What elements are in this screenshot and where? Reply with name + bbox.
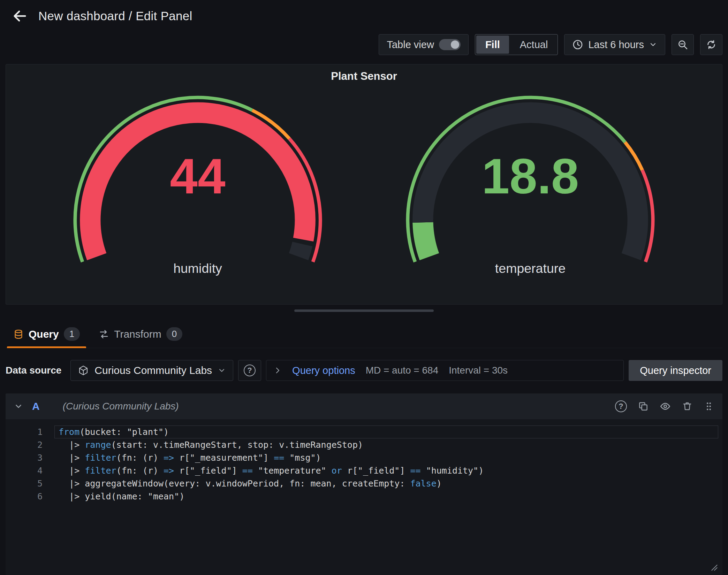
max-data-points-text: MD = auto = 684 <box>366 365 439 376</box>
header-bar: New dashboard / Edit Panel <box>0 0 728 32</box>
gauge-label: temperature <box>495 261 566 276</box>
gauge-temperature: 18.8temperature <box>389 87 672 284</box>
code-line[interactable]: 5 |> aggregateWindow(every: v.windowPeri… <box>21 477 718 490</box>
code-lines: 1from(bucket: "plant")2 |> range(start: … <box>21 426 718 503</box>
back-button[interactable] <box>12 8 28 24</box>
query-options-bar: Query options MD = auto = 684 Interval =… <box>266 360 624 381</box>
gauge-value-arc <box>423 222 430 256</box>
zoom-out-icon <box>677 39 688 50</box>
switch-knob <box>451 40 459 49</box>
chevron-right-icon[interactable] <box>273 366 282 375</box>
table-view-switch[interactable] <box>439 39 461 50</box>
query-row-header[interactable]: A (Curious Community Labs) ? <box>6 393 722 419</box>
gauge-value: 44 <box>170 148 225 204</box>
gauge-value-arc <box>298 244 302 256</box>
line-number: 3 <box>21 453 43 463</box>
actual-option[interactable]: Actual <box>510 34 558 55</box>
clock-icon <box>572 39 583 50</box>
query-options-link[interactable]: Query options <box>292 365 355 376</box>
query-datasource-note: (Curious Community Labs) <box>63 401 179 412</box>
arrow-left-icon <box>12 8 28 24</box>
query-inspector-button[interactable]: Query inspector <box>629 360 722 381</box>
query-count-badge: 1 <box>64 327 80 341</box>
query-ref-id: A <box>32 400 40 412</box>
table-view-control[interactable]: Table view <box>379 34 468 55</box>
flux-query-editor[interactable]: 1from(bucket: "plant")2 |> range(start: … <box>6 419 722 575</box>
gauge-panel: 44humidity18.8temperature <box>6 87 722 284</box>
query-actions: ? <box>615 400 714 412</box>
datasource-logo-icon <box>78 365 89 376</box>
gauge-label: humidity <box>173 261 222 276</box>
datasource-help-button[interactable]: ? <box>238 360 261 381</box>
code-text: |> yield(name: "mean") <box>59 490 718 503</box>
drag-handle-icon[interactable] <box>704 401 714 412</box>
time-range-label: Last 6 hours <box>588 39 644 51</box>
code-text: from(bucket: "plant") <box>54 426 718 438</box>
editor-tabs: Query 1 Transform 0 <box>6 322 722 348</box>
line-number: 6 <box>21 491 43 501</box>
panel-preview: Plant Sensor 44humidity18.8temperature <box>6 64 722 305</box>
query-help-icon[interactable]: ? <box>615 400 627 412</box>
help-icon: ? <box>244 365 256 376</box>
transform-icon <box>99 329 109 339</box>
duplicate-query-icon[interactable] <box>638 401 649 412</box>
code-text: |> filter(fn: (r) => r["_measurement"] =… <box>59 451 718 464</box>
toolbar: Table view Fill Actual Last 6 hours <box>0 32 728 64</box>
grafana-panel-editor: New dashboard / Edit Panel Table view Fi… <box>0 0 728 575</box>
hide-query-icon[interactable] <box>660 401 671 412</box>
tab-transform[interactable]: Transform 0 <box>91 322 190 348</box>
zoom-out-button[interactable] <box>672 34 694 55</box>
panel-wrapper: Plant Sensor 44humidity18.8temperature <box>6 64 722 305</box>
tab-transform-label: Transform <box>114 328 161 340</box>
gauge-value: 18.8 <box>482 148 579 204</box>
code-text: |> range(start: v.timeRangeStart, stop: … <box>59 438 718 451</box>
table-view-label: Table view <box>387 39 434 51</box>
code-text: |> aggregateWindow(every: v.windowPeriod… <box>59 477 718 490</box>
tab-query[interactable]: Query 1 <box>6 322 88 348</box>
code-line[interactable]: 3 |> filter(fn: (r) => r["_measurement"]… <box>21 451 718 464</box>
datasource-row: Data source Curious Community Labs ? Que… <box>6 360 722 381</box>
gauge-humidity: 44humidity <box>56 87 339 284</box>
line-number: 4 <box>21 466 43 476</box>
query-row-card: A (Curious Community Labs) ? 1from(bucke… <box>6 393 722 575</box>
refresh-button[interactable] <box>700 34 722 55</box>
code-line[interactable]: 6 |> yield(name: "mean") <box>21 490 718 503</box>
delete-query-icon[interactable] <box>682 401 692 412</box>
datasource-label: Data source <box>6 365 61 376</box>
page-title: New dashboard / Edit Panel <box>38 9 192 23</box>
code-line[interactable]: 1from(bucket: "plant") <box>21 426 718 438</box>
code-line[interactable]: 2 |> range(start: v.timeRangeStart, stop… <box>21 438 718 451</box>
panel-resize-handle[interactable] <box>294 309 434 312</box>
refresh-icon <box>706 39 716 50</box>
database-icon <box>13 329 24 339</box>
chevron-down-icon <box>649 40 657 49</box>
editor-resize-handle[interactable] <box>710 563 719 572</box>
line-number: 2 <box>21 440 43 450</box>
interval-text: Interval = 30s <box>449 365 508 376</box>
transform-count-badge: 0 <box>166 327 182 341</box>
datasource-selected: Curious Community Labs <box>94 365 212 376</box>
datasource-picker[interactable]: Curious Community Labs <box>70 360 233 381</box>
code-line[interactable]: 4 |> filter(fn: (r) => r["_field"] == "t… <box>21 464 718 477</box>
collapse-query-icon[interactable] <box>14 402 23 411</box>
chevron-down-icon <box>218 366 226 375</box>
tab-query-label: Query <box>29 328 59 340</box>
line-number: 1 <box>21 427 43 437</box>
code-text: |> filter(fn: (r) => r["_field"] == "tem… <box>59 464 718 477</box>
line-number: 5 <box>21 478 43 489</box>
fill-option[interactable]: Fill <box>476 36 509 54</box>
fill-actual-toggle: Fill Actual <box>475 34 558 55</box>
time-range-picker[interactable]: Last 6 hours <box>564 34 665 55</box>
panel-title: Plant Sensor <box>6 70 722 83</box>
